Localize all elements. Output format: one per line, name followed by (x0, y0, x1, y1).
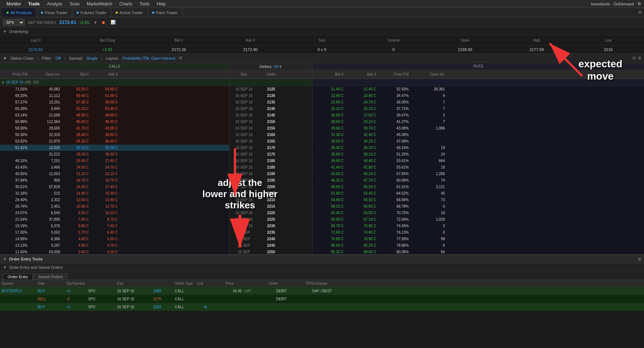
calls-row-14[interactable]: 37.84% 906 18.70 C 19.70 C (0, 177, 229, 184)
puts-row-15[interactable]: 48.90 C 50.50 C 62.31% 3,121 (313, 184, 644, 190)
calls-row-21[interactable]: 19.19% 6,376 6.80 C 7.40 C (0, 223, 229, 229)
puts-row-16[interactable]: 51.80 C 53.40 C 64.52% 45 (313, 190, 644, 197)
middle-row-18[interactable]: 16 SEP 16 2215 (229, 203, 312, 210)
middle-row-19[interactable]: 16 SEP 16 2220 (229, 210, 312, 216)
middle-row-23[interactable]: 16 SEP 2240 (229, 236, 312, 242)
puts-row-13[interactable]: 43.60 C 45.10 C 57.84% 1,286 (313, 171, 644, 177)
strikes-dropdown-icon[interactable]: ▼ (279, 64, 283, 69)
puts-row-21[interactable]: 68.70 C 70.90 C 74.45% 3 (313, 223, 644, 229)
calls-row-25[interactable]: 11.60% 63,008 3.40 C 4.10 C (0, 249, 229, 254)
puts-row-23[interactable]: 76.80 C 78.90 C 77.58% 99 (313, 236, 644, 242)
settings-icon[interactable]: ⚙ (638, 10, 642, 15)
calls-row-5[interactable]: 60.98% 112,364 45.00 C 46.40 C (0, 119, 229, 125)
nav-charts[interactable]: Charts (116, 0, 136, 8)
middle-row-15[interactable]: 16 SEP 16 2200 (229, 184, 312, 190)
calls-row-4[interactable]: 63.14% 21,688 48.60 C 49.90 C (0, 112, 229, 119)
puts-row-10[interactable]: 36.90 C 38.10 C 51.25% 24 (313, 151, 644, 158)
calls-row-0[interactable]: 71.03% 40,082 63.50 C 64.80 C (0, 86, 229, 93)
layout-value[interactable]: Probability ITM, Open Interest (123, 56, 175, 60)
calls-row-15[interactable]: 35.01% 67,828 16.50 C 17.40 C (0, 184, 229, 190)
puts-row-12[interactable]: 41.40 C 42.80 C 55.61% 19 (313, 164, 644, 171)
puts-row-9[interactable]: 35.00 C 36.20 C 49.15% 19 (313, 145, 644, 151)
middle-row-9[interactable]: 16 SEP 16 2170 (229, 145, 312, 151)
middle-row-22[interactable]: 16 SEP 2235 (229, 229, 312, 236)
calls-row-16[interactable]: 32.18% 515 14.40 C 15.30 C (0, 190, 229, 197)
order-popout-icon[interactable]: ⊞ (638, 257, 641, 262)
middle-row-4[interactable]: 16 SEP 16 2145 (229, 112, 312, 119)
puts-row-7[interactable]: 31.30 C 32.40 C 45.08% (313, 132, 644, 138)
nav-tools[interactable]: Tools (136, 0, 153, 8)
puts-row-17[interactable]: 54.90 C 56.50 C 66.68% 73 (313, 197, 644, 203)
puts-row-3[interactable]: 25.10 C 26.10 C 37.71% 7 (313, 106, 644, 112)
nav-trade[interactable]: Trade (25, 0, 43, 8)
puts-row-18[interactable]: 58.10 C 59.80 C 68.78% 0 (313, 203, 644, 210)
expand-icon[interactable]: ▼ (94, 20, 98, 25)
filter-value[interactable]: Off (55, 56, 60, 60)
expand-underlying-icon[interactable]: ▼ (3, 29, 7, 34)
calls-row-1[interactable]: 69.20% 11,112 59.40 C 61.00 C (0, 93, 229, 99)
puts-row-25[interactable]: 85.20 C 88.80 C 80.08% 66 (313, 249, 644, 254)
calls-row-2[interactable]: 67.27% 13,291 57.30 C 59.00 C (0, 99, 229, 106)
calls-row-3[interactable]: 65.28% 9,945 52.10 C 53.40 C (0, 106, 229, 112)
puts-row-8[interactable]: 33.00 C 34.20 C 47.08% (313, 138, 644, 145)
symbol-select[interactable]: SPX (3, 19, 25, 26)
puts-row-2[interactable]: 23.90 C 24.70 C 36.05% 7 (313, 99, 644, 106)
calls-row-7[interactable]: 56.36% 32,320 38.40 C 39.60 C (0, 132, 229, 138)
middle-row-24[interactable]: 16 SEP 2245 (229, 242, 312, 249)
puts-row-24[interactable]: 80.90 C 83.20 C 78.96% 0 (313, 242, 644, 249)
nav-scan[interactable]: Scan (66, 0, 83, 8)
puts-row-14[interactable]: 46.20 C 47.70 C 60.08% 74 (313, 177, 644, 184)
nav-monitor[interactable]: Monitor (3, 0, 25, 8)
middle-row-16[interactable]: 16 SEP 16 2205 (229, 190, 312, 197)
group-expand-icon[interactable]: ▼ (0, 81, 6, 84)
middle-row-13[interactable]: 16 SEP 16 2190 (229, 171, 312, 177)
nav-analyze[interactable]: Analyze (43, 0, 66, 8)
calls-row-9[interactable]: 51.41% 12,025 32.10 C 33.30 C (0, 145, 229, 151)
puts-row-4[interactable]: 26.60 C 27.50 C 39.47% 2 (313, 112, 644, 119)
middle-row-10[interactable]: 16 SEP 16 2175 (229, 151, 312, 158)
puts-row-22[interactable]: 72.60 C 74.80 C 76.13% 0 (313, 229, 644, 236)
puts-row-5[interactable]: 28.00 C 29.10 C 41.27% 7 (313, 119, 644, 125)
nav-marketwatch[interactable]: MarketWatch (83, 0, 116, 8)
tab-order-entry[interactable]: Order Entry (3, 273, 33, 280)
middle-row-25[interactable]: 16 SEP 2250 (229, 249, 312, 254)
middle-row-6[interactable]: 16 SEP 16 2155 (229, 125, 312, 132)
layout-gear-icon[interactable]: ⚙ (179, 56, 183, 60)
calls-row-22[interactable]: 17.00% 5,062 5.70 C 6.40 C (0, 229, 229, 236)
middle-row-5[interactable]: 16 SEP 16 2150 (229, 119, 312, 125)
calls-row-10[interactable]: 31,522 29.20 C 30.30 C (0, 151, 229, 158)
calls-row-17[interactable]: 29.40% 2,332 12.50 C 13.40 C (0, 197, 229, 203)
middle-row-0[interactable]: 16 SEP 16 2125 (229, 86, 312, 93)
puts-row-1[interactable]: 22.60 C 23.60 C 34.47% 9 (313, 93, 644, 99)
middle-row-20[interactable]: 16 SEP 16 2225 (229, 216, 312, 223)
puts-row-6[interactable]: 29.60 C 30.70 C 43.08% 1,086 (313, 125, 644, 132)
calls-row-12[interactable]: 43.43% 3,466 24.00 C 24.70 C (0, 164, 229, 171)
expand-chain-icon[interactable]: ▼ (3, 56, 7, 60)
calls-row-13[interactable]: 40.65% 12,063 21.10 C 22.10 C (0, 171, 229, 177)
calls-row-8[interactable]: 53.92% 21,875 35.20 C 36.40 C (0, 138, 229, 145)
middle-row-11[interactable]: 16 SEP 16 2180 (229, 158, 312, 164)
calls-row-23[interactable]: 14.99% 8,386 4.80 C 5.50 C (0, 236, 229, 242)
middle-row-8[interactable]: 16 SEP 16 2165 (229, 138, 312, 145)
tab-forex[interactable]: Forex Trader (37, 8, 72, 17)
tab-all-products[interactable]: All Products (2, 8, 37, 17)
spread-value[interactable]: Single (86, 56, 98, 60)
middle-row-17[interactable]: 16 SEP 16 2210 (229, 197, 312, 203)
gear-icon[interactable]: ⚙ (637, 1, 641, 6)
popout-icon[interactable]: ⊞ (638, 56, 641, 60)
puts-row-11[interactable]: 39.00 C 40.40 C 53.41% 844 (313, 158, 644, 164)
puts-row-19[interactable]: 61.40 C 63.50 C 70.75% 10 (313, 210, 644, 216)
section-expand-icon[interactable]: ▼ (3, 265, 7, 270)
collapse-icon[interactable]: ⊟ (632, 56, 636, 60)
calls-row-19[interactable]: 24.07% 6,549 9.30 C 10.10 C (0, 210, 229, 216)
chart-icons[interactable]: 📊 (111, 20, 116, 25)
order-collapse-icon[interactable]: ▼ (3, 257, 7, 261)
middle-row-21[interactable]: 16 SEP 16 2230 (229, 223, 312, 229)
link-icon[interactable]: ⚙ (204, 305, 207, 309)
puts-row-0[interactable]: 21.40 C 22.40 C 32.93% 28,381 (313, 86, 644, 93)
calls-row-24[interactable]: 13.13% 3,187 4.00 C 4.70 C (0, 242, 229, 249)
nav-help[interactable]: Help (153, 0, 169, 8)
calls-row-20[interactable]: 21.54% 37,895 7.90 C 8.70 C (0, 216, 229, 223)
calls-row-11[interactable]: 46.15% 7,251 26.40 C 27.40 C (0, 158, 229, 164)
middle-row-12[interactable]: 16 SEP 16 2185 (229, 164, 312, 171)
